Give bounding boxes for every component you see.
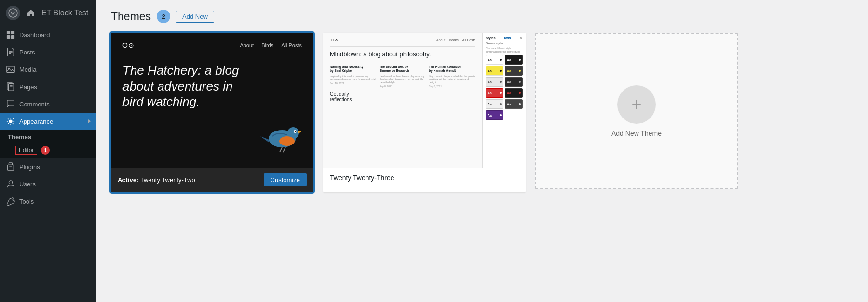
site-name: ET Block Test [41, 9, 88, 17]
themes-count-badge: 2 [157, 10, 170, 23]
active-theme-label: Active: Twenty Twenty-Two [118, 176, 195, 184]
sidebar-item-media[interactable]: Media [0, 61, 96, 78]
appearance-icon [6, 117, 15, 126]
plugins-label: Plugins [19, 163, 40, 171]
editor-submenu-item[interactable]: Editor 1 [0, 143, 96, 158]
media-label: Media [19, 66, 36, 73]
add-theme-card[interactable]: + Add New Theme [535, 33, 738, 189]
svg-line-25 [280, 147, 282, 152]
users-icon [6, 179, 15, 189]
svg-point-19 [9, 181, 12, 184]
themes-grid: O⊙ About Birds All Posts The Hatchery: a… [111, 33, 854, 192]
editor-badge: 1 [41, 146, 50, 155]
svg-rect-17 [8, 165, 14, 170]
tt2-bird-image [256, 115, 304, 153]
dashboard-label: Dashboard [19, 31, 50, 39]
page-header: Themes 2 Add New [111, 10, 854, 23]
comments-label: Comments [19, 101, 50, 108]
themes-submenu-label[interactable]: Themes [0, 130, 96, 143]
theme-card-twentytwentythree[interactable]: TT3 About Books All Posts Mindblown: a b… [323, 33, 526, 192]
tt2-logo: O⊙ [122, 41, 135, 49]
home-icon [25, 7, 37, 19]
svg-text:W: W [11, 11, 15, 16]
svg-point-24 [279, 136, 295, 146]
add-theme-circle: + [617, 85, 656, 124]
dashboard-icon [6, 30, 15, 39]
plugins-icon [6, 162, 15, 171]
tt2-nav-links: About Birds All Posts [240, 42, 302, 48]
tt3-post-1: Naming and Necessityby Saul Kripke Inspi… [330, 65, 377, 88]
tt3-styles-panel: Styles Beta ✕ Browse styles Choose a dif… [482, 33, 526, 168]
svg-point-23 [295, 131, 297, 132]
media-icon [6, 65, 15, 74]
customize-button[interactable]: Customize [264, 173, 307, 186]
svg-rect-2 [7, 31, 10, 34]
sidebar-item-comments[interactable]: Comments [0, 95, 96, 113]
tt3-hero: Mindblown: a blog about philosophy. [330, 51, 475, 58]
tt3-daily-text: Get dailyreflections [330, 92, 475, 102]
appearance-arrow [88, 119, 91, 123]
tt3-site-title: TT3 [330, 38, 338, 42]
page-title: Themes [111, 10, 151, 23]
sidebar-item-tools[interactable]: Tools [0, 193, 96, 210]
theme-screenshot-tt3: TT3 About Books All Posts Mindblown: a b… [323, 33, 526, 168]
tools-icon [6, 197, 15, 206]
sidebar-item-posts[interactable]: Posts [0, 43, 96, 61]
tt2-hero-text: The Hatchery: a blog about adventures in… [111, 58, 313, 110]
svg-point-15 [9, 119, 12, 123]
sidebar-item-users[interactable]: Users [0, 175, 96, 193]
tt3-posts-grid: Naming and Necessityby Saul Kripke Inspi… [330, 65, 475, 88]
posts-icon [6, 47, 15, 57]
pages-label: Pages [19, 83, 37, 91]
tt3-theme-name: Twenty Twenty-Three [330, 174, 394, 182]
wp-logo: W [6, 6, 20, 20]
svg-rect-3 [11, 31, 14, 34]
tt3-post-2: The Second Sex bySimone de Beauvoir I fe… [380, 65, 426, 88]
svg-line-26 [283, 147, 285, 152]
pages-icon [6, 82, 15, 92]
add-new-button[interactable]: Add New [176, 11, 214, 23]
sidebar-item-appearance[interactable]: Appearance [0, 113, 96, 130]
sidebar-header[interactable]: W ET Block Test [0, 0, 96, 26]
tools-label: Tools [19, 198, 34, 205]
add-theme-label: Add New Theme [611, 130, 662, 137]
theme-footer-tt3: Twenty Twenty-Three [323, 168, 526, 187]
editor-label: Editor [15, 146, 37, 155]
active-theme-name: Twenty Twenty-Two [140, 176, 195, 184]
users-label: Users [19, 181, 36, 188]
tt3-nav: TT3 About Books All Posts [330, 38, 475, 47]
appearance-submenu: Themes Editor 1 [0, 130, 96, 158]
appearance-label: Appearance [19, 118, 53, 125]
sidebar-item-pages[interactable]: Pages [0, 78, 96, 95]
tt3-post-3: The Human Conditionby Hannah Arendt I tr… [429, 65, 475, 88]
main-content: Themes 2 Add New O⊙ About Birds All Post… [96, 0, 868, 302]
sidebar-item-plugins[interactable]: Plugins [0, 158, 96, 175]
svg-rect-5 [11, 35, 14, 39]
posts-label: Posts [19, 49, 35, 56]
svg-rect-9 [7, 66, 14, 73]
tt2-nav: O⊙ About Birds All Posts [111, 33, 313, 58]
theme-screenshot-tt2: O⊙ About Birds All Posts The Hatchery: a… [111, 33, 313, 168]
svg-rect-16 [9, 163, 12, 165]
svg-rect-4 [7, 35, 10, 39]
tt2-active-name: Twenty Twenty-Two [140, 176, 195, 184]
theme-footer-tt2: Active: Twenty Twenty-Two Customize [111, 168, 313, 192]
comments-icon [6, 99, 15, 109]
svg-rect-12 [9, 84, 14, 91]
theme-card-twentytwentytwo[interactable]: O⊙ About Birds All Posts The Hatchery: a… [111, 33, 313, 192]
sidebar-item-dashboard[interactable]: Dashboard [0, 26, 96, 43]
sidebar: W ET Block Test Dashboard [0, 0, 96, 302]
